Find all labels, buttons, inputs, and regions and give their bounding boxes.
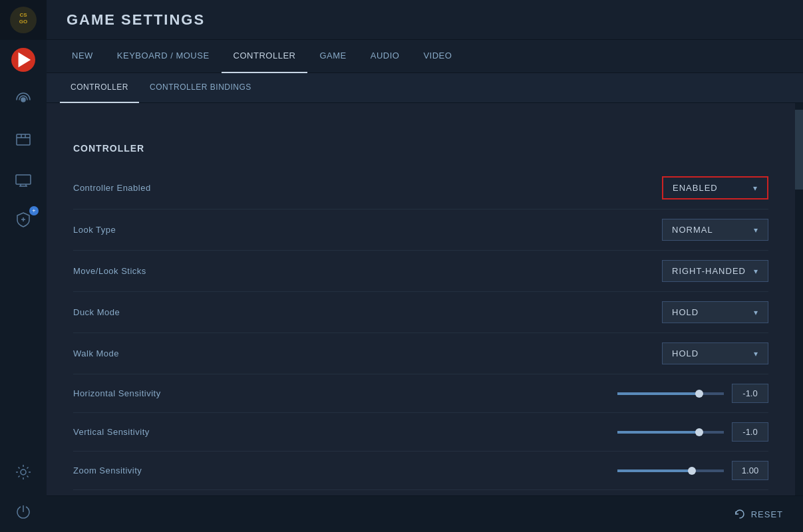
power-icon[interactable] [0,492,47,532]
play-button[interactable] [0,40,47,80]
svg-point-7 [21,469,26,475]
setting-row-duck-mode: Duck Mode HOLD ▾ [73,292,768,333]
look-type-dropdown[interactable]: NORMAL ▾ [662,219,768,241]
setting-row-walk-mode: Walk Mode HOLD ▾ [73,333,768,374]
vertical-sensitivity-track[interactable] [617,431,724,434]
tab-audio[interactable]: Audio [359,40,412,73]
gear-icon[interactable] [0,452,47,492]
horizontal-sensitivity-control: -1.0 [617,384,768,403]
tab-keyboard-mouse[interactable]: Keyboard / Mouse [105,40,222,73]
zoom-sensitivity-label: Zoom Sensitivity [73,466,142,475]
tab-bar: New Keyboard / Mouse Controller Game Aud… [47,40,803,73]
look-type-value: NORMAL [672,225,713,235]
tab-new[interactable]: New [60,40,105,73]
zoom-sensitivity-control: 1.00 [617,461,768,480]
sidebar: CS GO + [0,0,47,532]
walk-mode-dropdown[interactable]: HOLD ▾ [662,342,768,364]
horizontal-sensitivity-track[interactable] [617,392,724,395]
content-area: Controller Controller Enabled ENABLED ▾ … [47,103,803,495]
bottom-bar: RESET [47,495,803,532]
reset-button[interactable]: RESET [734,508,783,520]
duck-mode-label: Duck Mode [73,307,120,317]
broadcast-icon[interactable] [0,80,47,120]
zoom-sensitivity-track[interactable] [617,469,724,472]
controller-enabled-label: Controller Enabled [73,183,151,193]
setting-row-zoom-sensitivity: Zoom Sensitivity 1.00 [73,452,768,490]
tv-icon[interactable] [0,160,47,200]
settings-panel: Controller Controller Enabled ENABLED ▾ … [47,103,795,495]
setting-row-vertical-sensitivity: Vertical Sensitivity -1.0 [73,413,768,452]
move-look-label: Move/Look Sticks [73,266,146,276]
walk-mode-label: Walk Mode [73,348,119,358]
controller-enabled-value: ENABLED [673,183,718,193]
scrollbar-thumb[interactable] [795,110,803,190]
sub-tab-bar: Controller Controller Bindings [47,73,803,103]
csgo-logo: CS GO [0,0,47,40]
controller-enabled-dropdown[interactable]: ENABLED ▾ [662,176,768,200]
zoom-sensitivity-value: 1.00 [732,461,768,480]
look-type-arrow: ▾ [754,225,758,235]
page-title: GAME SETTINGS [67,11,205,29]
look-type-label: Look Type [73,225,116,235]
inventory-icon[interactable] [0,120,47,160]
move-look-value: RIGHT-HANDED [672,266,746,276]
setting-row-controller-enabled: Controller Enabled ENABLED ▾ [73,167,768,209]
reset-label: RESET [751,509,783,519]
move-look-arrow: ▾ [754,267,758,276]
controller-enabled-arrow: ▾ [753,184,758,193]
walk-mode-arrow: ▾ [754,349,758,358]
main-content: GAME SETTINGS New Keyboard / Mouse Contr… [47,0,803,532]
horizontal-sensitivity-label: Horizontal Sensitivity [73,388,161,398]
vertical-sensitivity-control: -1.0 [617,422,768,442]
horizontal-sensitivity-value: -1.0 [732,384,768,403]
tab-video[interactable]: Video [411,40,464,73]
setting-row-look-type: Look Type NORMAL ▾ [73,209,768,251]
svg-marker-3 [19,53,31,67]
svg-point-4 [21,98,25,102]
svg-text:GO: GO [19,19,27,25]
duck-mode-value: HOLD [672,307,699,317]
shield-badge: + [29,206,39,215]
tab-game[interactable]: Game [307,40,358,73]
shield-plus-icon[interactable]: + [0,200,47,239]
tab-controller[interactable]: Controller [222,40,308,73]
vertical-sensitivity-label: Vertical Sensitivity [73,427,150,437]
header: GAME SETTINGS [47,0,803,40]
move-look-dropdown[interactable]: RIGHT-HANDED ▾ [662,260,768,282]
scrollbar-track[interactable] [795,103,803,495]
svg-rect-6 [16,175,31,184]
setting-row-horizontal-sensitivity: Horizontal Sensitivity -1.0 [73,374,768,413]
sub-tab-controller-bindings[interactable]: Controller Bindings [139,73,262,103]
controller-section-title: Controller [73,143,768,154]
duck-mode-arrow: ▾ [754,308,758,317]
setting-row-move-look: Move/Look Sticks RIGHT-HANDED ▾ [73,251,768,292]
duck-mode-dropdown[interactable]: HOLD ▾ [662,301,768,323]
svg-rect-5 [17,134,30,145]
svg-text:CS: CS [19,12,27,18]
sidebar-bottom [0,452,47,532]
walk-mode-value: HOLD [672,348,699,358]
sub-tab-controller[interactable]: Controller [60,73,139,103]
vertical-sensitivity-value: -1.0 [732,422,768,442]
